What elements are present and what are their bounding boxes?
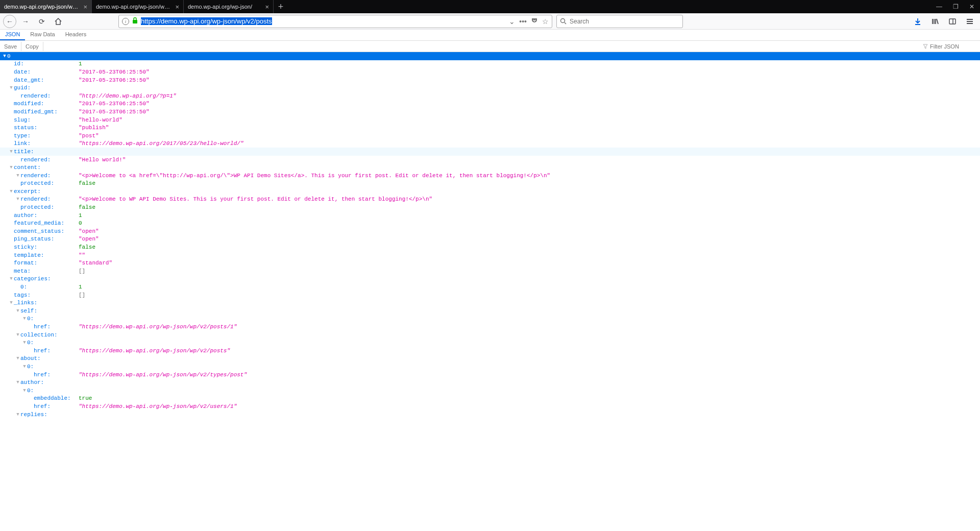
- close-icon[interactable]: ×: [265, 3, 269, 11]
- json-row[interactable]: status:"publish": [0, 124, 980, 132]
- tab-raw-data[interactable]: Raw Data: [25, 30, 60, 40]
- library-icon[interactable]: [928, 14, 942, 29]
- json-row[interactable]: ▼0:: [0, 363, 980, 371]
- json-row[interactable]: tags:[]: [0, 291, 980, 299]
- json-row[interactable]: href:"https://demo.wp-api.org/wp-json/wp…: [0, 402, 980, 411]
- json-row[interactable]: ▼rendered:"<p>Welcome to <a href=\"http:…: [0, 172, 980, 180]
- twisty-icon[interactable]: ▼: [15, 308, 20, 313]
- maximize-icon[interactable]: ❐: [947, 0, 964, 13]
- json-row[interactable]: modified_gmt:"2017-05-23T06:25:50": [0, 108, 980, 116]
- home-button[interactable]: [51, 14, 65, 29]
- json-row[interactable]: embeddable:true: [0, 395, 980, 403]
- close-icon[interactable]: ×: [83, 3, 87, 11]
- forward-button[interactable]: →: [18, 14, 33, 29]
- json-row[interactable]: ▼guid:: [0, 84, 980, 92]
- search-bar[interactable]: [556, 15, 683, 28]
- json-row[interactable]: href:"https://demo.wp-api.org/wp-json/wp…: [0, 347, 980, 355]
- json-row[interactable]: type:"post": [0, 132, 980, 140]
- json-row[interactable]: href:"https://demo.wp-api.org/wp-json/wp…: [0, 371, 980, 379]
- json-row[interactable]: protected:false: [0, 203, 980, 211]
- save-button[interactable]: Save: [0, 42, 21, 51]
- twisty-icon[interactable]: ▼: [15, 332, 20, 337]
- json-row[interactable]: ▼self:: [0, 307, 980, 315]
- json-row[interactable]: sticky:false: [0, 243, 980, 251]
- json-row[interactable]: link:"https://demo.wp-api.org/2017/05/23…: [0, 140, 980, 148]
- twisty-icon[interactable]: ▼: [15, 412, 20, 417]
- json-row[interactable]: ▼0:: [0, 315, 980, 323]
- page-actions-icon[interactable]: •••: [519, 17, 527, 26]
- twisty-icon[interactable]: ▼: [22, 364, 27, 369]
- twisty-icon[interactable]: ▼: [9, 276, 14, 281]
- json-row[interactable]: ▼rendered:"<p>Welcome to WP API Demo Sit…: [0, 196, 980, 204]
- json-row[interactable]: author:1: [0, 211, 980, 220]
- chevron-down-icon[interactable]: ⌄: [509, 17, 515, 26]
- new-tab-button[interactable]: +: [274, 0, 288, 13]
- json-row[interactable]: ▼author:: [0, 378, 980, 387]
- sidebar-icon[interactable]: [945, 14, 960, 29]
- url-bar[interactable]: i https://demo.wp-api.org/wp-json/wp/v2/…: [118, 15, 552, 28]
- twisty-icon[interactable]: ▼: [9, 85, 14, 90]
- json-row[interactable]: featured_media:0: [0, 219, 980, 227]
- json-row[interactable]: ▼_links:: [0, 299, 980, 307]
- url-text[interactable]: https://demo.wp-api.org/wp-json/wp/v2/po…: [141, 17, 506, 25]
- twisty-icon[interactable]: ▼: [9, 165, 14, 170]
- filter-json[interactable]: [919, 43, 980, 50]
- copy-button[interactable]: Copy: [21, 42, 43, 51]
- json-row[interactable]: format:"standard": [0, 259, 980, 267]
- json-row[interactable]: comment_status:"open": [0, 227, 980, 235]
- json-row[interactable]: rendered:"http://demo.wp-api.org/?p=1": [0, 92, 980, 100]
- twisty-icon[interactable]: ▼: [9, 189, 14, 194]
- json-row[interactable]: ▼collection:: [0, 331, 980, 339]
- json-row[interactable]: ping_status:"open": [0, 235, 980, 244]
- json-tree[interactable]: ▼0:id:1date:"2017-05-23T06:25:50"date_gm…: [0, 52, 980, 531]
- back-button[interactable]: ←: [3, 15, 16, 28]
- json-row[interactable]: id:1: [0, 60, 980, 68]
- pocket-icon[interactable]: [531, 17, 538, 26]
- browser-tab-1[interactable]: demo.wp-api.org/wp-json/wp/v2/ ×: [92, 0, 184, 13]
- reload-button[interactable]: ⟳: [35, 14, 49, 29]
- json-row[interactable]: meta:[]: [0, 267, 980, 275]
- json-row[interactable]: ▼replies:: [0, 411, 980, 419]
- json-row[interactable]: ▼0:: [0, 387, 980, 395]
- twisty-icon[interactable]: ▼: [15, 197, 20, 202]
- json-row[interactable]: ▼content:: [0, 163, 980, 172]
- json-row[interactable]: ▼title:: [0, 148, 980, 156]
- bookmark-icon[interactable]: ☆: [542, 17, 549, 26]
- tab-headers[interactable]: Headers: [60, 30, 92, 40]
- filter-input[interactable]: [930, 43, 976, 50]
- minimize-icon[interactable]: —: [931, 0, 947, 13]
- json-row[interactable]: ▼excerpt:: [0, 187, 980, 196]
- twisty-icon[interactable]: ▼: [15, 356, 20, 361]
- twisty-icon[interactable]: ▼: [15, 380, 20, 385]
- site-info-icon[interactable]: i: [122, 18, 129, 25]
- json-row[interactable]: protected:false: [0, 180, 980, 188]
- json-row[interactable]: slug:"hello-world": [0, 116, 980, 124]
- search-input[interactable]: [570, 18, 679, 25]
- menu-icon[interactable]: [963, 14, 977, 29]
- json-row[interactable]: href:"https://demo.wp-api.org/wp-json/wp…: [0, 323, 980, 331]
- json-row[interactable]: date_gmt:"2017-05-23T06:25:50": [0, 76, 980, 84]
- twisty-icon[interactable]: ▼: [15, 173, 20, 178]
- json-row[interactable]: ▼0:: [0, 339, 980, 347]
- twisty-icon[interactable]: ▼: [22, 340, 27, 345]
- json-row[interactable]: modified:"2017-05-23T06:25:50": [0, 100, 980, 108]
- json-row[interactable]: rendered:"Hello world!": [0, 156, 980, 164]
- twisty-icon[interactable]: ▼: [22, 316, 27, 321]
- json-row[interactable]: 0:1: [0, 283, 980, 291]
- twisty-icon[interactable]: ▼: [9, 300, 14, 305]
- close-icon[interactable]: ×: [175, 3, 179, 11]
- json-row[interactable]: date:"2017-05-23T06:25:50": [0, 68, 980, 76]
- twisty-icon[interactable]: ▼: [22, 388, 27, 393]
- close-window-icon[interactable]: ✕: [964, 0, 980, 13]
- twisty-icon[interactable]: ▼: [9, 149, 14, 154]
- json-row[interactable]: ▼about:: [0, 355, 980, 363]
- browser-tab-0[interactable]: demo.wp-api.org/wp-json/wp/v2/j ×: [0, 0, 92, 13]
- json-row[interactable]: ▼categories:: [0, 275, 980, 283]
- json-key: categories: [14, 276, 47, 282]
- json-row[interactable]: ▼0:: [0, 52, 980, 60]
- downloads-icon[interactable]: [911, 14, 925, 29]
- tab-json[interactable]: JSON: [0, 30, 25, 40]
- twisty-icon[interactable]: ▼: [2, 54, 7, 59]
- browser-tab-2[interactable]: demo.wp-api.org/wp-json/ ×: [184, 0, 274, 13]
- json-row[interactable]: template:"": [0, 251, 980, 259]
